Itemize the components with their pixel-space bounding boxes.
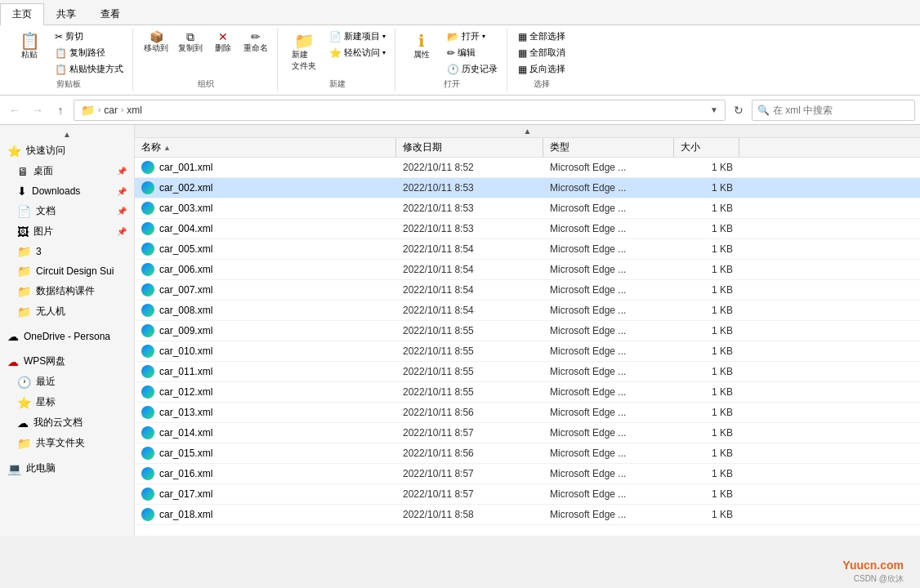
file-size: 1 KB [674,261,739,278]
table-row[interactable]: car_014.xml2022/10/11 8:57Microsoft Edge… [135,423,920,443]
rename-button[interactable]: ✏ 重命名 [239,29,272,56]
select-all-button[interactable]: ▦ 全部选择 [514,29,569,44]
address-path[interactable]: 📁 › car › xml ▼ [74,100,726,121]
copy-to-label: 复制到 [178,42,203,54]
sidebar-item-desktop[interactable]: 🖥 桌面 📌 [0,161,134,181]
history-button[interactable]: 🕐 历史记录 [443,61,502,77]
delete-button[interactable]: ✕ 删除 [208,29,238,56]
file-name-cell: car_006.xml [135,260,396,279]
file-list-scroll-up[interactable]: ▲ [135,125,920,138]
tab-share[interactable]: 共享 [44,3,88,24]
sidebar-item-datastruct[interactable]: 📁 数据结构课件 [0,281,134,301]
file-name: car_017.xml [159,488,212,500]
file-type-icon [141,243,154,256]
back-button[interactable]: ← [5,100,25,120]
table-row[interactable]: car_016.xml2022/10/11 8:57Microsoft Edge… [135,464,920,484]
edit-icon: ✏ [447,47,455,59]
col-header-date[interactable]: 修改日期 [396,138,543,157]
file-type: Microsoft Edge ... [543,444,674,462]
table-row[interactable]: car_007.xml2022/10/11 8:54Microsoft Edge… [135,280,920,301]
sidebar-item-starred[interactable]: ⭐ 星标 [0,392,134,412]
table-row[interactable]: car_015.xml2022/10/11 8:56Microsoft Edge… [135,443,920,464]
file-type: Microsoft Edge ... [543,363,674,381]
sidebar-item-3[interactable]: 📁 3 [0,242,134,261]
documents-icon: 📄 [17,205,31,218]
shared-label: 共享文件夹 [36,436,127,450]
new-item-button[interactable]: 📄 新建项目 ▾ [325,29,390,44]
move-to-button[interactable]: 📦 移动到 [140,29,172,56]
file-date: 2022/10/11 8:57 [396,465,543,483]
folder-icon: 📁 [81,104,95,117]
path-xml[interactable]: xml [127,105,142,116]
file-type: Microsoft Edge ... [543,322,674,340]
sidebar-item-pictures[interactable]: 🖼 图片 📌 [0,221,134,242]
file-name: car_010.xml [159,345,212,357]
refresh-button[interactable]: ↻ [729,100,748,120]
cut-button[interactable]: ✂ 剪切 [51,29,127,44]
copy-to-button[interactable]: ⧉ 复制到 [174,29,207,56]
paste-shortcut-icon: 📋 [55,64,67,75]
sidebar-item-thispc[interactable]: 💻 此电脑 [0,458,134,479]
table-row[interactable]: car_003.xml2022/10/11 8:53Microsoft Edge… [135,198,920,219]
file-type: Microsoft Edge ... [543,301,674,319]
paste-shortcut-button[interactable]: 📋 粘贴快捷方式 [51,61,127,77]
path-dropdown-arrow[interactable]: ▼ [710,105,718,114]
select-none-button[interactable]: ▦ 全部取消 [514,45,569,60]
tab-home[interactable]: 主页 [0,3,44,25]
file-type: Microsoft Edge ... [543,465,674,483]
col-header-type[interactable]: 类型 [543,138,674,157]
table-row[interactable]: car_002.xml2022/10/11 8:53Microsoft Edge… [135,178,920,198]
file-name-cell: car_014.xml [135,423,396,443]
new-folder-button[interactable]: 📁 新建 文件夹 [284,29,324,76]
search-input[interactable] [773,105,909,116]
sidebar-item-mycloud[interactable]: ☁ 我的云文档 [0,412,134,433]
file-date: 2022/10/11 8:55 [396,322,543,340]
table-row[interactable]: car_009.xml2022/10/11 8:55Microsoft Edge… [135,321,920,341]
table-row[interactable]: car_018.xml2022/10/11 8:58Microsoft Edge… [135,505,920,525]
copy-path-button[interactable]: 📋 复制路径 [51,45,127,60]
file-size: 1 KB [674,383,739,401]
sidebar-item-circuit[interactable]: 📁 Circuit Design Sui [0,261,134,281]
table-row[interactable]: car_012.xml2022/10/11 8:55Microsoft Edge… [135,382,920,403]
file-type: Microsoft Edge ... [543,485,674,503]
paste-button[interactable]: 📋 粘贴 [10,29,49,65]
sidebar-item-documents[interactable]: 📄 文档 📌 [0,201,134,221]
sidebar-item-onedrive[interactable]: ☁ OneDrive - Persona [0,327,134,346]
file-name-cell: car_015.xml [135,443,396,463]
easy-access-button[interactable]: ⭐ 轻松访问 ▾ [325,45,390,60]
forward-button[interactable]: → [28,100,47,120]
table-row[interactable]: car_004.xml2022/10/11 8:53Microsoft Edge… [135,219,920,239]
select-all-icon: ▦ [518,31,527,42]
table-row[interactable]: car_010.xml2022/10/11 8:55Microsoft Edge… [135,341,920,362]
file-name-cell: car_009.xml [135,321,396,341]
col-header-size[interactable]: 大小 [674,138,739,157]
main-layout: ▲ ⭐ 快速访问 🖥 桌面 📌 ⬇ Downloads 📌 📄 文档 📌 🖼 图… [0,125,920,536]
tab-view[interactable]: 查看 [88,3,132,24]
path-car[interactable]: car [104,105,118,116]
file-size: 1 KB [674,342,739,360]
sidebar-item-shared[interactable]: 📁 共享文件夹 [0,433,134,453]
file-name: car_002.xml [159,182,212,194]
up-button[interactable]: ↑ [51,100,70,120]
properties-button[interactable]: ℹ 属性 [402,29,441,65]
edit-button[interactable]: ✏ 编辑 [443,45,502,60]
sidebar-item-quick-access[interactable]: ⭐ 快速访问 [0,140,134,161]
sidebar-scroll-up[interactable]: ▲ [0,128,134,140]
col-header-name[interactable]: 名称 ▲ [135,138,396,157]
ribbon: 主页 共享 查看 📋 粘贴 ✂ 剪切 📋 复制路径 [0,0,920,96]
table-row[interactable]: car_013.xml2022/10/11 8:56Microsoft Edge… [135,403,920,423]
open-button[interactable]: 📂 打开 ▾ [443,29,502,44]
table-row[interactable]: car_008.xml2022/10/11 8:54Microsoft Edge… [135,301,920,321]
group-open: ℹ 属性 📂 打开 ▾ ✏ 编辑 🕐 历史记录 [397,29,507,91]
table-row[interactable]: car_011.xml2022/10/11 8:55Microsoft Edge… [135,362,920,382]
table-row[interactable]: car_017.xml2022/10/11 8:57Microsoft Edge… [135,484,920,505]
table-row[interactable]: car_001.xml2022/10/11 8:52Microsoft Edge… [135,158,920,178]
sidebar-item-downloads[interactable]: ⬇ Downloads 📌 [0,181,134,201]
sidebar-item-drone[interactable]: 📁 无人机 [0,301,134,322]
mycloud-icon: ☁ [17,416,29,430]
table-row[interactable]: car_006.xml2022/10/11 8:54Microsoft Edge… [135,260,920,280]
invert-select-button[interactable]: ▦ 反向选择 [514,61,569,77]
sidebar-item-recent[interactable]: 🕐 最近 [0,372,134,392]
table-row[interactable]: car_005.xml2022/10/11 8:54Microsoft Edge… [135,239,920,260]
sidebar-item-wps[interactable]: ☁ WPS网盘 [0,351,134,372]
